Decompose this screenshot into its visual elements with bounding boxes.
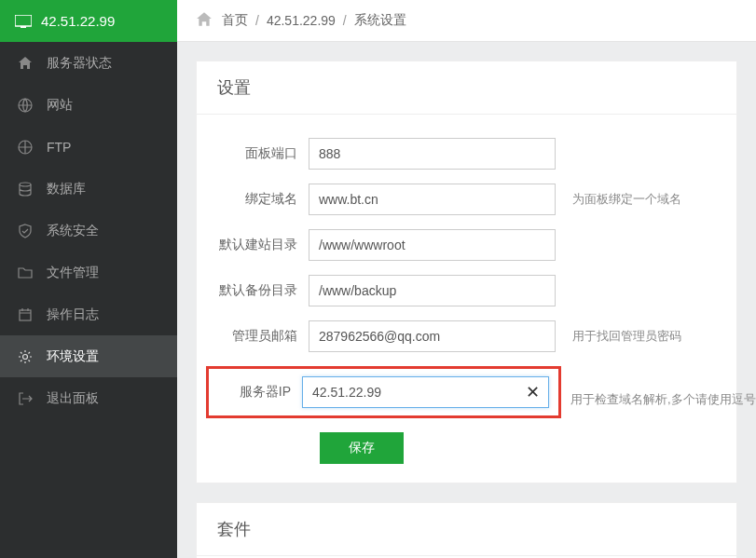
sidebar-item-label: 退出面板 <box>47 390 99 407</box>
settings-panel: 设置 面板端口 绑定域名 为面板绑定一个域名 默认建站目录 默认备份目录 管理员… <box>196 61 737 483</box>
sidebar-item-website[interactable]: 网站 <box>0 84 177 126</box>
sidebar-item-database[interactable]: 数据库 <box>0 168 177 210</box>
site-dir-input[interactable] <box>309 229 556 261</box>
sidebar: 42.51.22.99 服务器状态 网站 FTP 数据库 系统安全 <box>0 0 177 558</box>
form-row-domain: 绑定域名 为面板绑定一个域名 <box>215 184 718 215</box>
calendar-icon <box>17 307 34 322</box>
sidebar-item-label: 环境设置 <box>47 348 99 365</box>
clear-input-button[interactable]: ✕ <box>522 380 543 404</box>
domain-label: 绑定域名 <box>215 191 309 208</box>
sidebar-item-label: 文件管理 <box>47 265 99 281</box>
server-ip-input[interactable] <box>302 376 549 408</box>
sidebar-item-label: FTP <box>47 140 71 155</box>
backup-dir-label: 默认备份目录 <box>215 282 309 299</box>
save-button[interactable]: 保存 <box>320 432 404 464</box>
domain-help: 为面板绑定一个域名 <box>572 191 681 208</box>
domain-input[interactable] <box>309 184 556 215</box>
svg-rect-5 <box>20 310 31 320</box>
sidebar-item-label: 操作日志 <box>47 306 99 323</box>
email-help: 用于找回管理员密码 <box>572 328 681 345</box>
shield-icon <box>17 224 34 238</box>
breadcrumb-current: 系统设置 <box>354 12 406 29</box>
close-icon: ✕ <box>526 383 540 401</box>
svg-point-6 <box>23 354 28 359</box>
sidebar-item-label: 数据库 <box>47 181 86 197</box>
home-icon <box>17 56 34 71</box>
svg-rect-0 <box>15 15 32 26</box>
sidebar-item-status[interactable]: 服务器状态 <box>0 42 177 84</box>
ip-label: 服务器IP <box>218 384 302 401</box>
suite-panel: 套件 <box>196 502 737 558</box>
form-row-port: 面板端口 <box>215 138 718 170</box>
logout-icon <box>17 391 34 406</box>
settings-form: 面板端口 绑定域名 为面板绑定一个域名 默认建站目录 默认备份目录 管理员邮箱 … <box>197 115 736 483</box>
sidebar-item-label: 服务器状态 <box>47 55 112 72</box>
sidebar-item-logout[interactable]: 退出面板 <box>0 377 177 419</box>
header-ip: 42.51.22.99 <box>41 13 115 29</box>
breadcrumb-sep: / <box>255 13 259 28</box>
svg-point-4 <box>20 183 31 186</box>
sidebar-item-settings[interactable]: 环境设置 <box>0 335 177 377</box>
email-input[interactable] <box>309 320 556 352</box>
breadcrumb-home[interactable]: 首页 <box>222 12 248 29</box>
port-input[interactable] <box>309 138 556 170</box>
site-dir-label: 默认建站目录 <box>215 237 309 253</box>
sidebar-item-security[interactable]: 系统安全 <box>0 210 177 252</box>
sidebar-item-label: 网站 <box>47 97 73 114</box>
globe-icon <box>17 98 34 113</box>
gear-icon <box>17 349 34 364</box>
panel-title: 套件 <box>197 503 736 556</box>
breadcrumb-ip[interactable]: 42.51.22.99 <box>267 13 336 28</box>
main-content: 首页 / 42.51.22.99 / 系统设置 设置 面板端口 绑定域名 为面板… <box>177 0 756 558</box>
sidebar-header: 42.51.22.99 <box>0 0 177 42</box>
sidebar-item-label: 系统安全 <box>47 223 99 239</box>
sidebar-item-files[interactable]: 文件管理 <box>0 252 177 293</box>
panel-title: 设置 <box>197 61 736 115</box>
sidebar-item-ftp[interactable]: FTP <box>0 126 177 168</box>
form-row-email: 管理员邮箱 用于找回管理员密码 <box>215 320 718 352</box>
port-label: 面板端口 <box>215 145 309 162</box>
email-label: 管理员邮箱 <box>215 328 309 345</box>
ip-help: 用于检查域名解析,多个请使用逗号隔 <box>570 391 756 408</box>
breadcrumb: 首页 / 42.51.22.99 / 系统设置 <box>177 0 756 42</box>
monitor-icon <box>15 15 32 28</box>
database-icon <box>17 182 34 197</box>
form-row-site-dir: 默认建站目录 <box>215 229 718 261</box>
folder-icon <box>17 265 34 280</box>
home-icon <box>196 11 213 31</box>
ftp-icon <box>17 140 34 155</box>
form-row-backup-dir: 默认备份目录 <box>215 275 718 306</box>
server-ip-highlight: 服务器IP ✕ <box>206 366 561 418</box>
sidebar-item-logs[interactable]: 操作日志 <box>0 293 177 335</box>
breadcrumb-sep: / <box>343 13 347 28</box>
backup-dir-input[interactable] <box>309 275 556 306</box>
svg-rect-1 <box>21 26 26 28</box>
